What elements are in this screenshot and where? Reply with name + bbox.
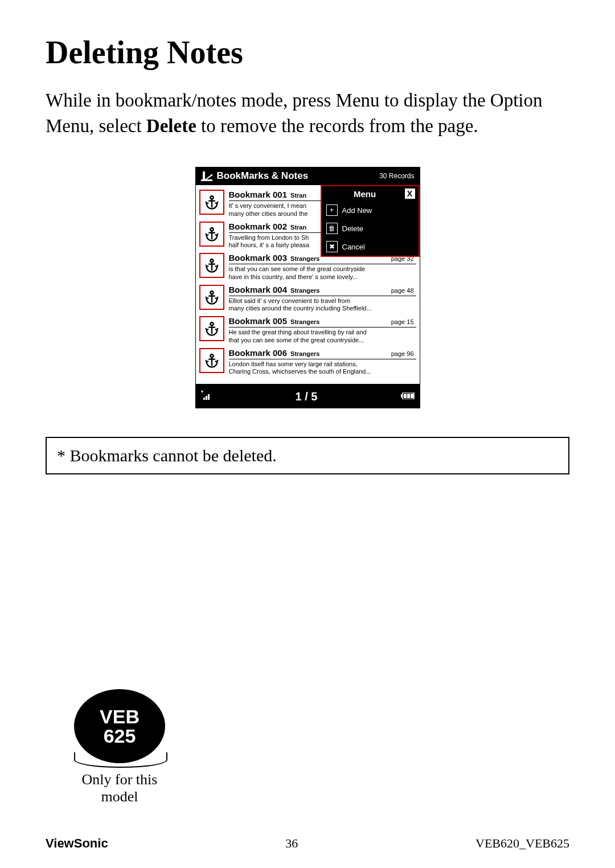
list-item[interactable]: Bookmark 003Strangerspage 32is that you … [199,253,416,281]
bookmark-preview: Travelling from London to Sh half hours,… [229,234,320,250]
menu-item-cancel-icon: ✖ [326,241,338,252]
bookmark-title: Bookmark 001 [229,190,288,199]
anchor-icon [199,190,224,215]
menu-item-cancel[interactable]: ✖Cancel [322,238,419,256]
menu-title: Menu [325,189,405,199]
bookmark-source: Stran [290,224,306,231]
bookmark-preview: He said the great thing about travelling… [229,329,416,345]
svg-rect-23 [206,396,207,400]
bookmark-preview: London itself has some very large rail s… [229,361,416,376]
bookmark-title: Bookmark 005 [229,316,288,326]
model-line-1: VEB [100,707,140,726]
menu-item-add-new-icon: + [326,204,338,216]
svg-point-18 [210,354,213,357]
bookmark-page: page 48 [391,287,416,294]
body-text-after: to remove the records from the page. [196,116,478,136]
bookmark-title: Bookmark 003 [229,253,288,263]
anchor-icon [199,348,224,373]
menu-item-label: Cancel [342,243,365,251]
footer-page-number: 36 [108,836,475,851]
menu-item-label: Delete [342,224,364,233]
anchor-icon [199,253,224,278]
body-paragraph: While in bookmark/notes mode, press Menu… [46,88,569,138]
bookmark-title: Bookmark 004 [229,285,288,294]
menu-item-delete-icon: 🗑 [326,223,338,234]
bookmark-source: Stran [290,192,306,199]
option-menu-popup: Menu X +Add New🗑Delete✖Cancel [321,185,420,257]
battery-icon [401,391,415,402]
bookmark-source: Strangers [290,255,319,262]
svg-rect-1 [201,179,212,181]
pager-label: 1 / 5 [212,390,401,403]
menu-item-add-new[interactable]: +Add New [322,201,419,219]
svg-rect-28 [407,394,410,398]
svg-point-9 [210,259,213,262]
svg-point-12 [210,291,213,294]
bookmark-title: Bookmark 002 [229,222,288,231]
list-item[interactable]: Bookmark 004Strangerspage 48Elliot said … [199,285,416,313]
menu-item-delete[interactable]: 🗑Delete [322,219,419,238]
bookmark-source: Strangers [290,350,319,357]
bookmark-preview: It' s very convenient, I mean many other… [229,202,320,218]
signal-icon [201,391,212,402]
svg-rect-27 [404,394,407,398]
footer-model-code: VEB620_VEB625 [475,836,569,851]
anchor-icon [199,316,224,341]
list-item[interactable]: Bookmark 006Strangerspage 96London itsel… [199,348,416,376]
svg-marker-2 [205,174,212,179]
bookmark-source: Strangers [290,287,319,294]
bookmarks-header-icon [201,170,212,182]
svg-rect-0 [203,171,205,179]
bookmark-source: Strangers [290,318,319,325]
bookmark-page: page 96 [391,350,416,357]
svg-marker-21 [201,391,203,393]
menu-item-label: Add New [342,206,372,215]
svg-rect-25 [401,394,402,398]
notice-box: * Bookmarks cannot be deleted. [46,437,569,474]
model-badge: VEB 625 Only for this model [63,689,177,805]
bookmark-title: Bookmark 006 [229,348,288,358]
svg-rect-29 [411,394,413,398]
footer-brand: ViewSonic [46,836,108,851]
model-line-2: 625 [104,726,136,746]
model-caption: Only for this model [63,771,177,805]
bookmark-preview: Elliot said it' s very convenient to tra… [229,297,416,313]
svg-point-15 [210,322,213,325]
anchor-icon [199,222,224,247]
bookmark-preview: is that you can see some of the great co… [229,265,416,281]
device-screenshot: BookMarks & Notes 30 Records Bookmark 00… [195,167,420,408]
body-text-bold: Delete [146,116,196,136]
svg-point-6 [210,228,213,231]
screen-title: BookMarks & Notes [217,170,380,182]
svg-rect-24 [208,394,210,400]
bookmark-page: page 15 [391,318,416,325]
svg-point-3 [210,196,213,199]
close-icon[interactable]: X [405,189,415,199]
record-count: 30 Records [379,172,414,180]
svg-rect-22 [203,398,205,400]
notice-text: * Bookmarks cannot be deleted. [57,446,277,465]
list-item[interactable]: Bookmark 005Strangerspage 15He said the … [199,316,416,345]
anchor-icon [199,285,224,310]
page-title: Deleting Notes [46,34,569,71]
